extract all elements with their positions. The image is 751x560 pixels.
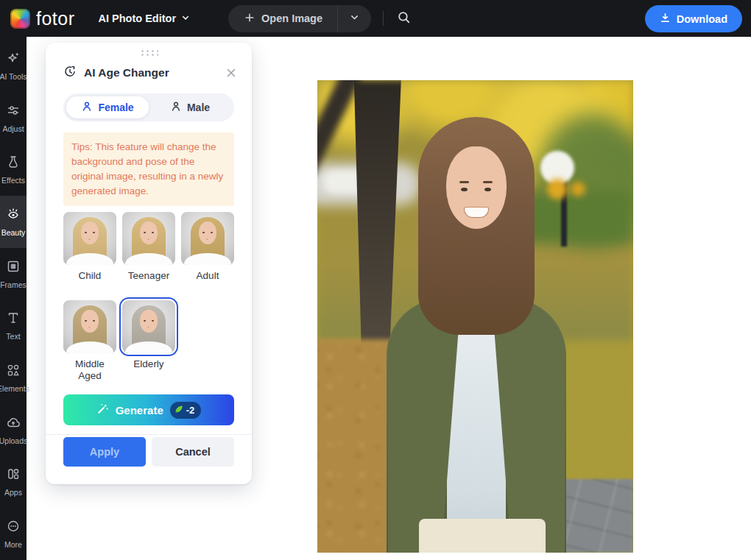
apps-icon [6,467,21,484]
frames-icon [6,259,21,277]
age-option-label: Middle Aged [63,358,116,382]
age-option-teenager[interactable]: Teenager [122,212,175,282]
elements-icon [6,363,21,380]
open-image-button[interactable]: Open Image [228,13,337,25]
age-option-elderly[interactable]: Elderly [122,300,175,370]
sidebar-item-label: More [4,540,22,549]
sidebar-item-uploads[interactable]: Uploads [0,404,27,456]
thumb-face [81,221,99,244]
editor-menu-dropdown[interactable]: AI Photo Editor [99,13,191,24]
top-bar: fotor AI Photo Editor Open Image Down [0,0,751,37]
left-toolbar: AI Tools Adjust Effects Beauty Frames Te… [0,37,27,560]
credit-cost-badge: -2 [170,402,202,419]
panel-drag-handle[interactable] [139,49,158,56]
chevron-down-icon [350,13,359,24]
canvas-image[interactable] [317,80,633,553]
cancel-button[interactable]: Cancel [152,437,234,467]
uploads-icon [6,415,21,433]
open-image-split-button: Open Image [228,5,371,32]
age-option-label: Child [63,270,116,282]
thumb-face [140,310,158,333]
search-button[interactable] [397,10,411,27]
age-option-label: Adult [181,270,234,282]
age-option-adult[interactable]: Adult [181,212,234,282]
plus-icon [244,13,255,25]
sidebar-item-apps[interactable]: Apps [0,456,27,508]
age-option-middle-aged[interactable]: Middle Aged [63,300,116,382]
sidebar-item-label: Elements [0,384,29,393]
sidebar-item-label: Apps [4,488,22,497]
age-option-label: Elderly [122,358,175,370]
sidebar-item-label: Text [6,332,20,341]
age-option-elderly-thumbnail [122,300,175,353]
sidebar-item-text[interactable]: Text [0,300,27,352]
age-option-label: Teenager [122,270,175,282]
download-label: Download [677,13,727,25]
photo-person-brow [483,181,493,183]
ai-age-changer-panel: AI Age Changer Female Male Tips: This fe… [46,43,252,484]
sidebar-item-label: Adjust [2,124,24,133]
sidebar-item-ai-tools[interactable]: AI Tools [0,40,27,92]
topbar-divider [383,11,384,26]
age-option-middle-aged-thumbnail [63,300,116,353]
photo-person-brow [459,181,469,183]
brand-name: fotor [36,8,75,29]
tab-female-label: Female [98,102,133,113]
thumb-features [144,320,146,322]
generate-button[interactable]: Generate -2 [63,394,234,425]
thumb-features [85,232,87,233]
male-person-icon [170,101,182,115]
apply-button[interactable]: Apply [63,437,146,467]
effects-icon [6,155,21,172]
generate-label: Generate [116,404,163,417]
tab-male[interactable]: Male [149,96,231,118]
download-icon [660,13,671,26]
photo-person-eye [484,188,491,191]
tab-female[interactable]: Female [66,96,149,118]
age-option-adult-thumbnail [181,212,234,265]
open-image-more-button[interactable] [338,13,371,24]
leaf-icon [174,404,184,417]
magic-wand-icon [96,403,109,417]
panel-header: AI Age Changer [63,65,239,81]
photo-lamp-light [547,179,568,199]
sidebar-item-label: AI Tools [0,72,27,81]
credit-cost-value: -2 [186,405,195,416]
sidebar-item-frames[interactable]: Frames [0,248,27,300]
photo-person-eye [461,188,468,191]
sidebar-item-beauty[interactable]: Beauty [0,196,27,248]
tips-banner: Tips: This feature will change the backg… [63,132,234,206]
thumb-features [144,232,146,233]
panel-footer: Apply Cancel [63,437,234,467]
sidebar-item-adjust[interactable]: Adjust [0,92,27,144]
adjust-icon [6,103,21,121]
photo-lamp-light [571,182,585,196]
thumb-face [81,310,99,333]
panel-title: AI Age Changer [84,66,216,79]
beauty-icon [6,207,21,224]
thumb-features [202,232,205,233]
text-icon [6,311,21,328]
thumb-features [85,320,87,322]
sidebar-item-label: Frames [0,280,27,289]
sidebar-item-elements[interactable]: Elements [0,352,27,404]
tab-male-label: Male [187,102,210,113]
photo-person-smile [464,207,489,218]
fotor-logo-icon [10,9,30,29]
sidebar-item-label: Effects [1,176,25,185]
fotor-logo[interactable]: fotor [0,8,75,29]
chevron-down-icon [181,13,190,24]
thumb-face [140,221,158,244]
download-button[interactable]: Download [645,5,742,32]
age-changer-icon [63,65,77,81]
search-icon [397,10,411,27]
sidebar-item-label: Beauty [1,228,26,237]
photo-person-pants [419,519,546,553]
close-panel-button[interactable] [224,65,239,80]
sidebar-item-effects[interactable]: Effects [0,143,27,196]
panel-divider [46,434,252,435]
age-option-child[interactable]: Child [63,212,116,282]
age-option-child-thumbnail [63,212,116,265]
sidebar-item-more[interactable]: More [0,508,27,560]
more-icon [6,519,21,536]
